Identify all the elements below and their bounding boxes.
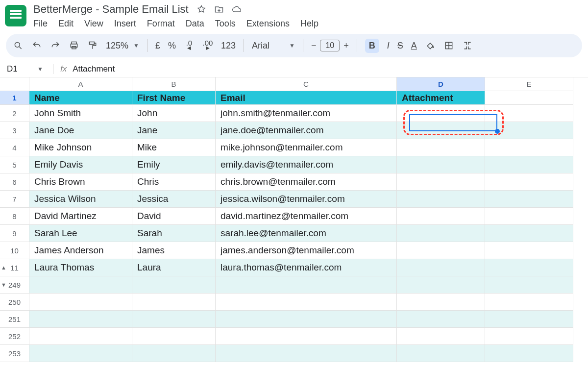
cell[interactable] xyxy=(485,191,573,208)
cell[interactable] xyxy=(485,294,573,311)
sheets-logo[interactable] xyxy=(5,5,26,26)
cell[interactable] xyxy=(485,225,573,242)
font-select[interactable]: Arial ▼ xyxy=(252,41,295,51)
cell[interactable] xyxy=(485,242,573,259)
row-header-250[interactable]: 250 xyxy=(0,294,29,311)
row-header-251[interactable]: 251 xyxy=(0,311,29,328)
cell[interactable]: Jane Doe xyxy=(29,122,132,139)
formula-bar[interactable]: Attachment xyxy=(73,64,115,74)
cell[interactable]: Jessica Wilson xyxy=(29,191,132,208)
cell[interactable] xyxy=(216,276,397,294)
row-header-3[interactable]: 3 xyxy=(0,122,29,139)
cell[interactable]: David xyxy=(132,208,216,225)
cell[interactable] xyxy=(216,345,397,362)
move-icon[interactable] xyxy=(214,4,224,14)
menu-tools[interactable]: Tools xyxy=(215,19,236,29)
cell[interactable]: John Smith xyxy=(29,105,132,122)
cell[interactable] xyxy=(397,105,485,122)
row-header-11[interactable]: 11▲ xyxy=(0,259,29,276)
cell[interactable] xyxy=(397,173,485,191)
select-all-corner[interactable] xyxy=(0,77,29,91)
cell[interactable] xyxy=(216,328,397,345)
cell[interactable] xyxy=(29,328,132,345)
cell[interactable]: Emily xyxy=(132,156,216,173)
italic-button[interactable]: I xyxy=(387,41,390,51)
cell[interactable]: mike.johnson@tenmailer.com xyxy=(216,139,397,156)
cell[interactable] xyxy=(397,276,485,294)
cell[interactable]: sarah.lee@tenmailer.com xyxy=(216,225,397,242)
cell[interactable] xyxy=(397,345,485,362)
increase-decimal-icon[interactable]: .00▶ xyxy=(202,40,213,51)
column-header-B[interactable]: B xyxy=(132,77,216,91)
borders-icon[interactable] xyxy=(443,40,454,51)
cell[interactable]: jane.doe@tenmailer.com xyxy=(216,122,397,139)
cell[interactable]: james.anderson@tenmailer.com xyxy=(216,242,397,259)
row-header-252[interactable]: 252 xyxy=(0,328,29,345)
column-header-C[interactable]: C xyxy=(216,77,397,91)
cell[interactable]: Mike xyxy=(132,139,216,156)
merge-cells-icon[interactable] xyxy=(462,40,473,51)
header-cell[interactable]: Email xyxy=(216,91,397,105)
header-cell[interactable]: First Name xyxy=(132,91,216,105)
row-header-8[interactable]: 8 xyxy=(0,208,29,225)
fill-color-icon[interactable] xyxy=(425,40,436,51)
doc-title[interactable]: BetterMerge - Sample Email List xyxy=(33,3,189,16)
cell[interactable]: Laura Thomas xyxy=(29,259,132,276)
print-icon[interactable] xyxy=(69,40,79,51)
redo-icon[interactable] xyxy=(50,40,61,51)
number-format-button[interactable]: 123 xyxy=(221,41,236,51)
cell[interactable] xyxy=(485,345,573,362)
cell[interactable] xyxy=(29,311,132,328)
cell[interactable]: Sarah xyxy=(132,225,216,242)
percent-format-button[interactable]: % xyxy=(168,41,176,51)
cell[interactable] xyxy=(132,328,216,345)
cell[interactable] xyxy=(397,294,485,311)
header-cell[interactable]: Attachment xyxy=(397,91,485,105)
row-header-10[interactable]: 10 xyxy=(0,242,29,259)
cell[interactable] xyxy=(132,276,216,294)
cell[interactable] xyxy=(397,191,485,208)
menu-data[interactable]: Data xyxy=(186,19,204,29)
star-icon[interactable] xyxy=(196,4,206,14)
header-cell[interactable]: Name xyxy=(29,91,132,105)
cell[interactable] xyxy=(485,91,573,105)
strikethrough-button[interactable]: S xyxy=(397,41,403,51)
selection-handle[interactable] xyxy=(495,129,500,134)
cell[interactable]: Sarah Lee xyxy=(29,225,132,242)
cell[interactable]: Chris xyxy=(132,173,216,191)
row-header-6[interactable]: 6 xyxy=(0,173,29,191)
row-header-249[interactable]: 249▼ xyxy=(0,276,29,294)
cell[interactable] xyxy=(397,156,485,173)
decrease-decimal-icon[interactable]: .0◀ xyxy=(184,40,195,51)
row-header-9[interactable]: 9 xyxy=(0,225,29,242)
cell[interactable]: Jessica xyxy=(132,191,216,208)
column-header-E[interactable]: E xyxy=(485,77,573,91)
fontsize-decrease-button[interactable]: − xyxy=(311,41,317,51)
cell[interactable]: John xyxy=(132,105,216,122)
cell[interactable] xyxy=(397,208,485,225)
cell[interactable]: chris.brown@tenmailer.com xyxy=(216,173,397,191)
cell[interactable]: emily.davis@tenmailer.com xyxy=(216,156,397,173)
row-header-1[interactable]: 1 xyxy=(0,91,29,105)
cell[interactable] xyxy=(397,328,485,345)
cell[interactable] xyxy=(485,259,573,276)
cell[interactable]: jessica.wilson@tenmailer.com xyxy=(216,191,397,208)
zoom-select[interactable]: 125% ▼ xyxy=(106,41,139,51)
cell[interactable]: David Martinez xyxy=(29,208,132,225)
row-header-253[interactable]: 253 xyxy=(0,345,29,362)
cloud-status-icon[interactable] xyxy=(232,4,242,14)
cell[interactable] xyxy=(29,294,132,311)
row-header-5[interactable]: 5 xyxy=(0,156,29,173)
currency-format-button[interactable]: £ xyxy=(155,41,160,51)
cell[interactable] xyxy=(132,294,216,311)
cell[interactable]: laura.thomas@tenmailer.com xyxy=(216,259,397,276)
cell[interactable] xyxy=(485,105,573,122)
undo-icon[interactable] xyxy=(31,40,42,51)
menu-view[interactable]: View xyxy=(84,19,103,29)
cell[interactable]: Emily Davis xyxy=(29,156,132,173)
cell[interactable] xyxy=(132,345,216,362)
cell[interactable] xyxy=(216,311,397,328)
menu-edit[interactable]: Edit xyxy=(58,19,74,29)
cell[interactable] xyxy=(29,345,132,362)
row-header-2[interactable]: 2 xyxy=(0,105,29,122)
